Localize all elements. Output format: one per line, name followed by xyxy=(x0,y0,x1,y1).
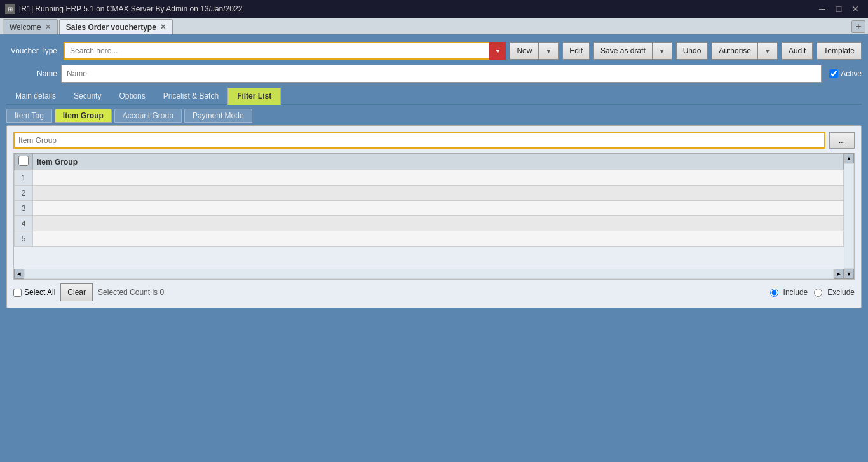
tab-main-details[interactable]: Main details xyxy=(6,88,65,105)
row-num-1: 1 xyxy=(15,170,33,186)
scroll-vtrack[interactable] xyxy=(844,164,853,268)
table-row: 2 xyxy=(15,186,844,201)
cell-item-group-3 xyxy=(33,201,844,216)
new-button-group: New ▼ xyxy=(510,42,559,60)
tab-welcome[interactable]: Welcome ✕ xyxy=(3,19,58,34)
save-draft-dropdown-arrow: ▼ xyxy=(659,48,665,55)
sub-tab-item-tag[interactable]: Item Tag xyxy=(6,109,52,123)
select-all-checkbox[interactable] xyxy=(13,289,22,297)
section-tabs: Main details Security Options Pricelist … xyxy=(6,88,862,105)
tab-sales-order-label: Sales Order vouchertype xyxy=(66,23,156,32)
row-num-2: 2 xyxy=(15,186,33,201)
cell-item-group-2 xyxy=(33,186,844,201)
table-row: 4 xyxy=(15,216,844,231)
authorise-button-group: Authorise ▼ xyxy=(712,42,778,60)
bottom-right: Include Exclude xyxy=(770,288,855,297)
save-as-draft-button[interactable]: Save as draft xyxy=(593,42,652,60)
scroll-right-button[interactable]: ► xyxy=(834,269,844,279)
active-checkbox-wrap: Active xyxy=(829,69,862,78)
undo-button[interactable]: Undo xyxy=(676,42,709,60)
header-item-group: Item Group xyxy=(33,154,844,170)
tab-list: Welcome ✕ Sales Order vouchertype ✕ xyxy=(3,19,173,34)
template-button[interactable]: Template xyxy=(817,42,862,60)
tab-welcome-label: Welcome xyxy=(10,23,41,32)
tab-pricelist-batch[interactable]: Pricelist & Batch xyxy=(154,88,227,105)
tab-security[interactable]: Security xyxy=(65,88,110,105)
scroll-htrack[interactable] xyxy=(25,269,833,278)
minimize-button[interactable]: ─ xyxy=(815,3,830,15)
filter-search-input[interactable] xyxy=(13,132,825,149)
title-text: [R1] Running ERP 5.1 on CMAX Server By A… xyxy=(19,4,242,13)
select-all-header-checkbox[interactable] xyxy=(18,156,29,166)
sub-tab-payment-mode[interactable]: Payment Mode xyxy=(184,109,252,123)
row-num-4: 4 xyxy=(15,216,33,231)
save-draft-dropdown-button[interactable]: ▼ xyxy=(652,42,672,60)
sub-tab-account-group[interactable]: Account Group xyxy=(114,109,182,123)
include-radio[interactable] xyxy=(770,289,778,297)
save-as-draft-group: Save as draft ▼ xyxy=(593,42,672,60)
authorise-dropdown-arrow: ▼ xyxy=(764,48,771,55)
voucher-type-search-input[interactable] xyxy=(64,42,506,60)
sub-tab-item-group[interactable]: Item Group xyxy=(55,109,112,123)
active-checkbox[interactable] xyxy=(829,69,838,78)
data-grid-container: Item Group 1 2 3 xyxy=(13,153,855,280)
tab-sales-order[interactable]: Sales Order vouchertype ✕ xyxy=(59,19,173,34)
item-group-grid: Item Group 1 2 3 xyxy=(14,153,844,247)
tab-add-button[interactable]: + xyxy=(851,20,865,33)
name-field-label: Name xyxy=(6,69,57,78)
tab-bar: Welcome ✕ Sales Order vouchertype ✕ + xyxy=(0,18,868,36)
edit-button[interactable]: Edit xyxy=(562,42,590,60)
grid-body: 1 2 3 4 xyxy=(15,170,844,247)
cell-item-group-5 xyxy=(33,231,844,247)
new-dropdown-button[interactable]: ▼ xyxy=(538,42,559,60)
authorise-button[interactable]: Authorise xyxy=(712,42,757,60)
voucher-type-dropdown-button[interactable] xyxy=(489,42,506,60)
bottom-left: Select All Clear Selected Count is 0 xyxy=(13,283,164,301)
filter-panel: ... Item Group 1 xyxy=(6,125,862,308)
sub-tabs: Item Tag Item Group Account Group Paymen… xyxy=(6,105,862,123)
bottom-bar: Select All Clear Selected Count is 0 Inc… xyxy=(13,283,855,301)
select-all-label: Select All xyxy=(24,288,55,297)
filter-browse-button[interactable]: ... xyxy=(829,132,855,149)
new-button[interactable]: New xyxy=(510,42,538,60)
include-radio-group: Include xyxy=(770,288,808,297)
header-row-num xyxy=(15,154,33,170)
row-num-3: 3 xyxy=(15,201,33,216)
selected-count-text: Selected Count is 0 xyxy=(98,288,164,297)
audit-button[interactable]: Audit xyxy=(782,42,813,60)
table-row: 3 xyxy=(15,201,844,216)
table-row: 5 xyxy=(15,231,844,247)
filter-search-row: ... xyxy=(13,132,855,149)
vertical-scrollbar[interactable]: ▲ ▼ xyxy=(844,153,854,279)
title-bar-controls: ─ □ ✕ xyxy=(815,3,863,15)
title-bar: ⊞ [R1] Running ERP 5.1 on CMAX Server By… xyxy=(0,0,868,18)
table-row: 1 xyxy=(15,170,844,186)
scroll-up-button[interactable]: ▲ xyxy=(844,153,854,163)
tab-options[interactable]: Options xyxy=(110,88,154,105)
name-row: Name Active xyxy=(6,65,862,83)
data-grid-inner: Item Group 1 2 3 xyxy=(14,153,844,279)
cell-item-group-1 xyxy=(33,170,844,186)
scroll-left-button[interactable]: ◄ xyxy=(14,269,24,279)
scroll-down-button[interactable]: ▼ xyxy=(844,269,854,279)
tab-filter-list[interactable]: Filter List xyxy=(227,88,281,105)
name-input[interactable] xyxy=(61,65,822,83)
exclude-label: Exclude xyxy=(827,288,855,297)
horizontal-scrollbar[interactable]: ◄ ► xyxy=(14,269,844,279)
close-button[interactable]: ✕ xyxy=(848,3,863,15)
authorise-dropdown-button[interactable]: ▼ xyxy=(757,42,778,60)
clear-button[interactable]: Clear xyxy=(60,283,93,301)
exclude-radio[interactable] xyxy=(814,289,822,297)
row-num-5: 5 xyxy=(15,231,33,247)
voucher-type-label: Voucher Type xyxy=(6,46,57,55)
new-dropdown-arrow: ▼ xyxy=(545,48,552,55)
tab-sales-order-close[interactable]: ✕ xyxy=(160,23,166,31)
voucher-type-search-wrap xyxy=(64,42,506,60)
grid-header: Item Group xyxy=(15,154,844,170)
include-label: Include xyxy=(783,288,808,297)
cell-item-group-4 xyxy=(33,216,844,231)
main-content: Voucher Type New ▼ Edit Save as draft ▼ … xyxy=(0,36,868,315)
maximize-button[interactable]: □ xyxy=(831,3,846,15)
tab-welcome-close[interactable]: ✕ xyxy=(45,23,51,31)
exclude-radio-group: Exclude xyxy=(814,288,855,297)
